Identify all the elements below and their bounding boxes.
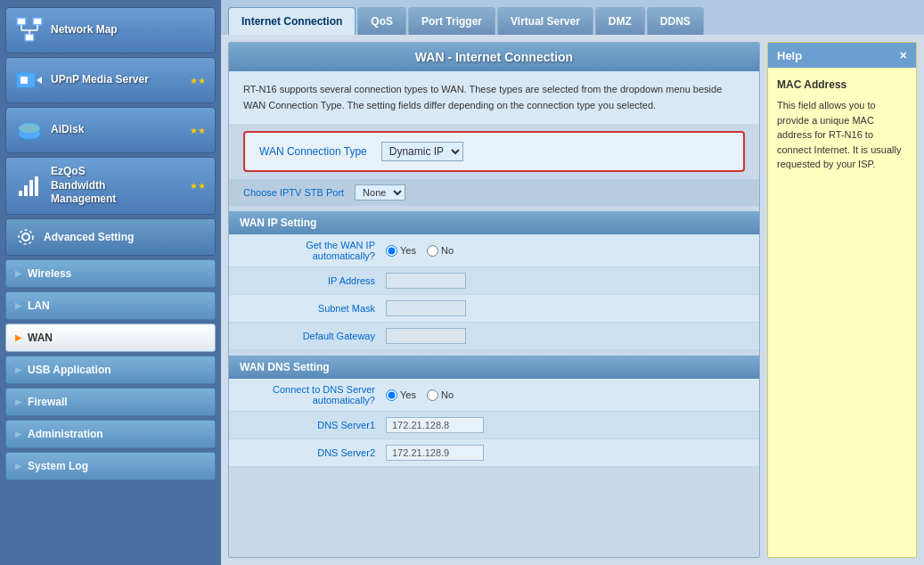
- sidebar-item-upnp-label: UPnP Media Server: [51, 73, 149, 87]
- subnet-mask-row: Subnet Mask: [229, 295, 759, 323]
- get-wan-ip-yes-radio[interactable]: Yes: [386, 245, 416, 257]
- sidebar-item-lan-label: LAN: [28, 299, 50, 312]
- svg-rect-1: [33, 18, 42, 25]
- lan-arrow-icon: ▶: [15, 300, 22, 310]
- sidebar: Network Map UPnP Media Server ★★: [0, 0, 221, 565]
- connect-dns-no-radio[interactable]: No: [427, 389, 454, 401]
- get-wan-ip-row: Get the WAN IPautomatically? Yes No: [229, 234, 759, 267]
- sidebar-item-admin-label: Administration: [28, 428, 103, 440]
- admin-arrow-icon: ▶: [15, 429, 22, 438]
- dns-server2-input[interactable]: [386, 445, 484, 461]
- ip-address-label: IP Address: [243, 275, 386, 286]
- wan-type-select-wrapper: Dynamic IP Static IP PPPoE PPTP L2TP: [381, 142, 463, 161]
- sidebar-item-network-map[interactable]: Network Map: [5, 7, 216, 53]
- sidebar-advanced-setting[interactable]: Advanced Setting: [5, 218, 216, 256]
- wan-connection-type-label: WAN Connection Type: [259, 145, 367, 158]
- connect-dns-row: Connect to DNS Serverautomatically? Yes …: [229, 379, 759, 412]
- svg-marker-8: [37, 77, 42, 84]
- connect-dns-yes-radio[interactable]: Yes: [386, 389, 416, 401]
- sidebar-item-administration[interactable]: ▶ Administration: [5, 420, 216, 448]
- content-panel: WAN - Internet Connection RT-N16 support…: [228, 42, 760, 558]
- sidebar-item-wan-label: WAN: [28, 332, 53, 344]
- svg-point-18: [19, 230, 33, 244]
- tab-dmz[interactable]: DMZ: [595, 7, 645, 35]
- dns-server1-label: DNS Server1: [243, 420, 386, 430]
- svg-rect-9: [20, 77, 28, 84]
- svg-point-17: [22, 233, 29, 241]
- connect-dns-radios: Yes No: [386, 389, 454, 401]
- svg-rect-13: [19, 191, 22, 196]
- tab-internet-connection[interactable]: Internet Connection: [228, 7, 356, 35]
- wan-dns-section: WAN DNS Setting Connect to DNS Serveraut…: [229, 356, 759, 467]
- wireless-arrow-icon: ▶: [15, 268, 22, 278]
- tab-port-trigger[interactable]: Port Trigger: [408, 7, 495, 35]
- upnp-icon: [15, 66, 44, 94]
- sidebar-item-usb-application[interactable]: ▶ USB Application: [5, 356, 216, 384]
- default-gateway-row: Default Gateway: [229, 323, 759, 350]
- help-title: Help: [777, 49, 802, 62]
- sidebar-item-wireless-label: Wireless: [28, 267, 71, 280]
- sidebar-item-usb-label: USB Application: [28, 364, 111, 376]
- svg-rect-16: [35, 176, 38, 196]
- svg-rect-15: [29, 180, 33, 196]
- sidebar-item-aidisk-label: AiDisk: [51, 123, 84, 137]
- choose-iptv-row: Choose IPTV STB Port None: [229, 179, 759, 206]
- tab-ddns[interactable]: DDNS: [647, 7, 704, 35]
- subnet-mask-input[interactable]: [386, 300, 466, 316]
- help-content-title: MAC Address: [777, 77, 907, 93]
- sidebar-item-upnp-stars: ★★: [190, 76, 206, 86]
- ip-address-input[interactable]: [386, 273, 466, 289]
- sidebar-item-network-map-label: Network Map: [51, 23, 118, 37]
- get-wan-ip-no-radio[interactable]: No: [427, 245, 454, 257]
- dns-server2-row: DNS Server2: [229, 439, 759, 467]
- sidebar-item-ezqos-stars: ★★: [190, 181, 206, 191]
- get-wan-ip-label: Get the WAN IPautomatically?: [243, 240, 386, 261]
- tab-qos[interactable]: QoS: [357, 7, 406, 35]
- choose-iptv-label: Choose IPTV STB Port: [243, 187, 344, 198]
- sidebar-item-lan[interactable]: ▶ LAN: [5, 291, 216, 320]
- advanced-setting-label: Advanced Setting: [44, 231, 134, 243]
- sidebar-item-upnp[interactable]: UPnP Media Server ★★: [5, 57, 216, 103]
- help-close-button[interactable]: ×: [900, 48, 907, 62]
- svg-rect-14: [24, 185, 28, 196]
- svg-rect-2: [25, 34, 34, 41]
- sidebar-item-aidisk-stars: ★★: [190, 126, 206, 135]
- description-text: RT-N16 supports several connection types…: [229, 71, 759, 124]
- sidebar-item-wan[interactable]: ▶ WAN: [5, 323, 216, 352]
- tab-bar: Internet Connection QoS Port Trigger Vir…: [221, 0, 924, 35]
- ip-address-row: IP Address: [229, 267, 759, 295]
- tab-virtual-server[interactable]: Virtual Server: [497, 7, 593, 35]
- wan-type-box: WAN Connection Type Dynamic IP Static IP…: [243, 131, 745, 172]
- settings-icon: [15, 226, 37, 248]
- dns-server2-label: DNS Server2: [243, 447, 386, 458]
- usb-arrow-icon: ▶: [15, 364, 22, 374]
- sidebar-item-ezqos-label: EzQoS Bandwidth Management: [51, 165, 116, 207]
- network-map-icon: [15, 16, 44, 45]
- wan-ip-section: WAN IP Setting Get the WAN IPautomatical…: [229, 211, 759, 350]
- sidebar-item-firewall-label: Firewall: [28, 396, 68, 408]
- get-wan-ip-radios: Yes No: [386, 245, 454, 257]
- dns-server1-row: DNS Server1: [229, 412, 759, 439]
- wan-section-header: WAN - Internet Connection: [229, 43, 759, 71]
- sidebar-item-firewall[interactable]: ▶ Firewall: [5, 388, 216, 416]
- choose-iptv-dropdown[interactable]: None: [355, 184, 405, 201]
- subnet-mask-label: Subnet Mask: [243, 303, 386, 314]
- connect-dns-label: Connect to DNS Serverautomatically?: [243, 384, 386, 405]
- syslog-arrow-icon: ▶: [15, 461, 22, 471]
- wan-connection-type-dropdown[interactable]: Dynamic IP Static IP PPPoE PPTP L2TP: [381, 142, 463, 161]
- help-content: MAC Address This field allows you to pro…: [768, 68, 916, 181]
- default-gateway-input[interactable]: [386, 328, 466, 344]
- wan-arrow-icon: ▶: [15, 332, 22, 342]
- ezqos-icon: [15, 171, 44, 200]
- sidebar-item-aidisk[interactable]: AiDisk ★★: [5, 107, 216, 153]
- help-panel: Help × MAC Address This field allows you…: [767, 42, 917, 558]
- content-area: Internet Connection QoS Port Trigger Vir…: [221, 0, 924, 565]
- svg-rect-0: [17, 18, 26, 25]
- sidebar-item-ezqos[interactable]: EzQoS Bandwidth Management ★★: [5, 157, 216, 215]
- sidebar-item-syslog-label: System Log: [28, 460, 88, 472]
- dns-server1-input[interactable]: [386, 417, 484, 433]
- default-gateway-label: Default Gateway: [243, 331, 386, 341]
- sidebar-item-wireless[interactable]: ▶ Wireless: [5, 259, 216, 288]
- sidebar-item-system-log[interactable]: ▶ System Log: [5, 452, 216, 480]
- help-content-text: This field allows you to provide a uniqu…: [777, 98, 907, 172]
